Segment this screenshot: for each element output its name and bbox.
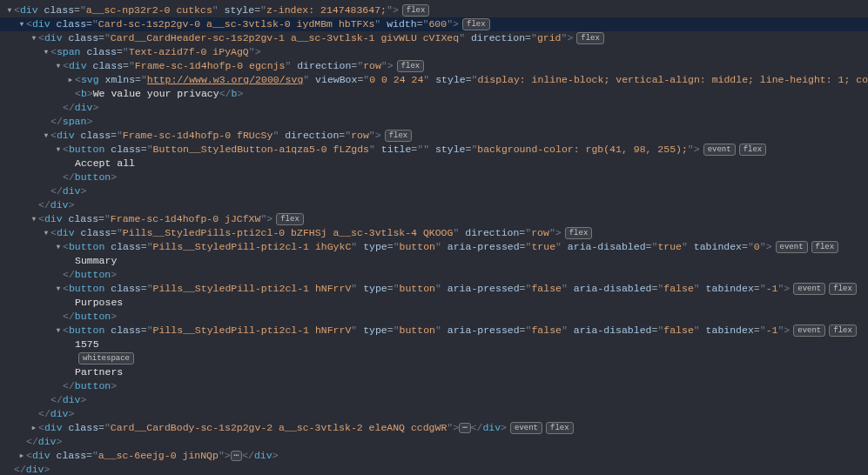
- whitespace-badge: whitespace: [78, 352, 134, 365]
- expand-arrow-icon[interactable]: [54, 240, 63, 254]
- flex-badge: flex: [829, 283, 857, 295]
- dom-close-div-3: </div>: [0, 198, 868, 212]
- dom-node-card-body[interactable]: <div class="Card__CardBody-sc-1s2p2gv-2 …: [0, 421, 868, 435]
- flex-badge: flex: [829, 324, 857, 337]
- dom-node-accept-button[interactable]: <button class="Button__StyledButton-a1qz…: [0, 143, 868, 157]
- ellipsis-icon[interactable]: ⋯: [231, 451, 242, 461]
- event-badge: event: [793, 283, 825, 295]
- event-badge: event: [776, 241, 808, 253]
- event-badge: event: [510, 422, 542, 434]
- dom-close-div-7: </div>: [0, 463, 868, 475]
- expand-arrow-icon[interactable]: [30, 31, 38, 45]
- dom-node-frame-3[interactable]: <div class="Frame-sc-1d4hofp-0 jJCfXW">f…: [0, 212, 868, 226]
- dom-node-card-header[interactable]: <div class="Card__CardHeader-sc-1s2p2gv-…: [0, 31, 868, 45]
- dom-close-button-3: </button>: [0, 310, 868, 324]
- dom-close-div-2: </div>: [0, 184, 868, 198]
- flex-badge: flex: [385, 130, 413, 142]
- event-badge: event: [793, 324, 825, 337]
- dom-node-svg[interactable]: <svg xmlns="http://www.w3.org/2000/svg" …: [0, 73, 868, 87]
- expand-arrow-icon[interactable]: [66, 73, 75, 87]
- dom-text-summary: Summary: [0, 254, 868, 268]
- dom-text-count: 1575: [0, 338, 868, 351]
- flex-badge: flex: [546, 422, 574, 434]
- dom-node-div-wrapper[interactable]: <div class="a__sc-np32r2-0 cutkcs" style…: [0, 3, 868, 17]
- expand-arrow-icon[interactable]: [17, 449, 26, 463]
- dom-node-text-span[interactable]: <span class="Text-azid7f-0 iPyAgQ">: [0, 45, 868, 59]
- flex-badge: flex: [462, 18, 490, 30]
- dom-close-div: </div>: [0, 101, 868, 115]
- flex-badge: flex: [276, 213, 304, 225]
- expand-arrow-icon[interactable]: [17, 17, 26, 31]
- expand-arrow-icon[interactable]: [54, 59, 63, 73]
- dom-text-accept-all: Accept all: [0, 157, 868, 171]
- dom-text-partners: Partners: [0, 365, 868, 379]
- expand-arrow-icon[interactable]: [42, 226, 50, 240]
- expand-arrow-icon[interactable]: [30, 421, 38, 435]
- dom-close-div-4: </div>: [0, 393, 868, 407]
- dom-node-footer[interactable]: <div class="a__sc-6eejg-0 jinNQp">⋯</div…: [0, 449, 868, 463]
- dom-node-pill-partners[interactable]: <button class="Pills__StyledPill-pti2cl-…: [0, 324, 868, 338]
- dom-node-card[interactable]: <div class="Card-sc-1s2p2gv-0 a__sc-3vtl…: [0, 17, 868, 31]
- dom-node-pill-summary[interactable]: <button class="Pills__StyledPill-pti2cl-…: [0, 240, 868, 254]
- dom-close-div-6: </div>: [0, 435, 868, 449]
- dom-close-button: </button>: [0, 171, 868, 184]
- dom-node-b[interactable]: <b>We value your privacy</b>: [0, 87, 868, 101]
- flex-badge: flex: [576, 32, 604, 44]
- expand-arrow-icon[interactable]: [5, 3, 14, 17]
- dom-close-div-5: </div>: [0, 407, 868, 421]
- expand-arrow-icon[interactable]: [54, 282, 63, 296]
- dom-node-frame-row-1[interactable]: <div class="Frame-sc-1d4hofp-0 egcnjs" d…: [0, 59, 868, 73]
- flex-badge: flex: [397, 60, 425, 72]
- dom-close-button-4: </button>: [0, 379, 868, 393]
- expand-arrow-icon[interactable]: [54, 324, 63, 338]
- dom-close-button-2: </button>: [0, 268, 868, 282]
- dom-node-pills[interactable]: <div class="Pills__StyledPills-pti2cl-0 …: [0, 226, 868, 240]
- flex-badge: flex: [565, 227, 593, 239]
- expand-arrow-icon[interactable]: [42, 45, 50, 59]
- expand-arrow-icon[interactable]: [30, 212, 38, 226]
- dom-text-purposes: Purposes: [0, 296, 868, 310]
- expand-arrow-icon[interactable]: [54, 143, 63, 157]
- event-badge: event: [703, 144, 736, 156]
- flex-badge: flex: [811, 241, 839, 253]
- flex-badge: flex: [402, 4, 430, 17]
- dom-close-span: </span>: [0, 115, 868, 129]
- dom-node-pill-purposes[interactable]: <button class="Pills__StyledPill-pti2cl-…: [0, 282, 868, 296]
- flex-badge: flex: [739, 144, 767, 156]
- expand-arrow-icon[interactable]: [42, 129, 50, 143]
- dom-tree-panel[interactable]: <div class="a__sc-np32r2-0 cutkcs" style…: [0, 3, 868, 475]
- ellipsis-icon[interactable]: ⋯: [459, 423, 470, 433]
- dom-node-frame-row-2[interactable]: <div class="Frame-sc-1d4hofp-0 fRUcSy" d…: [0, 129, 868, 143]
- dom-whitespace-badge: whitespace: [0, 351, 868, 365]
